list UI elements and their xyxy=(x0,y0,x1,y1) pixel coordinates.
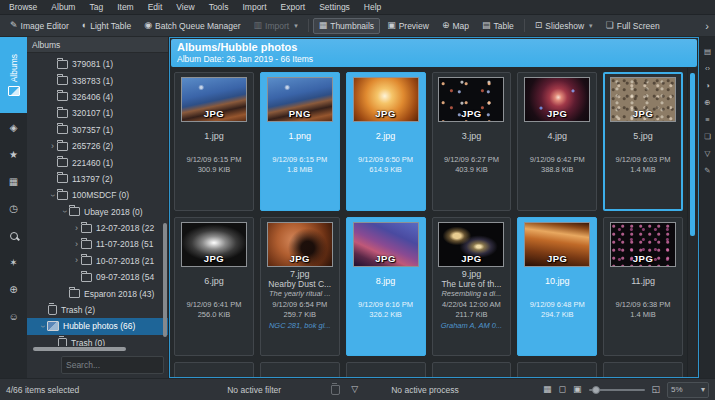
large-thumbnails-icon[interactable]: ◱ xyxy=(652,385,661,394)
thumbnail-cell[interactable]: JPG 9.jpg The Lure of th... Resembling a… xyxy=(432,217,512,356)
sidebar-tab-albums[interactable]: Albums xyxy=(0,37,27,113)
slider-handle[interactable] xyxy=(592,386,600,394)
zoom-100-icon[interactable]: ◻ xyxy=(559,385,566,394)
sidebar-tab-tags[interactable]: ◈ xyxy=(0,115,27,140)
album-tree-item-trash[interactable]: Trash (0) xyxy=(27,335,168,346)
thumbnail-size-slider[interactable] xyxy=(589,385,645,395)
thumbnail-cell[interactable] xyxy=(260,362,340,377)
album-tree-item-trash[interactable]: Trash (2) xyxy=(27,302,168,318)
expander-down-icon[interactable]: › xyxy=(60,207,69,216)
album-tree-item-hubble-photos[interactable]: ›Hubble photos (66) xyxy=(27,318,168,334)
menu-edit[interactable]: Edit xyxy=(141,2,170,12)
image-editor-button[interactable]: ✎ Image Editor xyxy=(4,18,75,34)
sidebar-tab-tools[interactable]: ✎ xyxy=(704,162,710,179)
albums-panel-header: Albums xyxy=(27,37,168,53)
sidebar-tab-map[interactable]: ⊕ xyxy=(704,94,710,111)
album-tree-item[interactable]: 09-07-2018 (54 xyxy=(27,269,168,285)
thumbnail-cell-selected[interactable]: JPG 8.jpg 9/12/09 6:16 PM326.2 KiB xyxy=(346,217,426,356)
album-tree-item[interactable]: ›265726 (2) xyxy=(27,138,168,154)
album-tree-item[interactable]: 326406 (4) xyxy=(27,89,168,105)
expander-right-icon[interactable]: › xyxy=(72,256,81,265)
tree-vertical-scrollbar[interactable] xyxy=(163,223,167,337)
sidebar-tab-map[interactable]: ⊕ xyxy=(0,277,27,302)
sidebar-tab-versions[interactable]: ❏ xyxy=(704,128,711,145)
thumbnail-cell[interactable]: JPG 1.jpg 9/12/09 6:15 PM300.9 KiB xyxy=(174,72,254,211)
album-tree-item[interactable]: 113797 (2) xyxy=(27,171,168,187)
file-name: 1.png xyxy=(288,131,311,141)
full-screen-button[interactable]: ❏ Full Screen xyxy=(600,18,666,34)
menu-view[interactable]: View xyxy=(169,2,201,12)
menu-item[interactable]: Item xyxy=(110,2,141,12)
expander-right-icon[interactable]: › xyxy=(72,224,81,233)
sidebar-tab-timeline[interactable]: ◷ xyxy=(0,196,27,221)
expander-down-icon[interactable]: › xyxy=(48,191,57,200)
album-tree-item[interactable]: 320107 (1) xyxy=(27,105,168,121)
thumbnail-cell[interactable]: JPG 7.jpg Nearby Dust C... The yearly ri… xyxy=(260,217,340,356)
thumbnail-cell[interactable] xyxy=(603,362,683,377)
chevron-down-icon[interactable]: ▾ xyxy=(589,22,593,30)
album-tree-item[interactable]: ›10-07-2018 (21 xyxy=(27,253,168,269)
photo-tags[interactable]: NGC 281, bok gl... xyxy=(269,321,331,330)
menu-export[interactable]: Export xyxy=(274,2,313,12)
album-tree-item[interactable]: 379081 (1) xyxy=(27,56,168,72)
slideshow-button[interactable]: ⊡ Slideshow ▾ xyxy=(529,18,599,34)
table-view-button[interactable]: ▤ Table xyxy=(476,18,520,34)
grid-vertical-scrollbar[interactable] xyxy=(687,68,698,377)
thumbnail-cell[interactable]: JPG 6.jpg 9/12/09 6:41 PM256.0 KiB xyxy=(174,217,254,356)
thumbnail-cell-selected[interactable]: PNG 1.png 9/12/09 6:15 PM1.8 MiB xyxy=(260,72,340,211)
menu-help[interactable]: Help xyxy=(357,2,388,12)
sidebar-tab-properties[interactable]: ▤ xyxy=(704,43,711,60)
preview-button[interactable]: ▣ Preview xyxy=(381,18,435,34)
tree-horizontal-scrollbar[interactable] xyxy=(33,347,126,351)
expander-right-icon[interactable]: › xyxy=(72,240,81,249)
batch-queue-manager-button[interactable]: ◉ Batch Queue Manager xyxy=(138,18,246,34)
album-search-input[interactable]: Search... xyxy=(61,356,164,374)
map-view-button[interactable]: ⊕ Map xyxy=(436,18,475,34)
album-tree-item[interactable]: 338783 (1) xyxy=(27,72,168,88)
photo-tags[interactable]: Graham A, AM 0... xyxy=(441,321,503,330)
expander-right-icon[interactable]: › xyxy=(48,142,57,151)
sidebar-tab-captions[interactable]: ≡ xyxy=(705,111,709,128)
thumbnail-cell[interactable] xyxy=(174,362,254,377)
expander-down-icon[interactable]: › xyxy=(38,322,47,331)
sidebar-tab-metadata[interactable]: ‹› xyxy=(705,60,710,77)
thumbnail-cell-selected[interactable]: JPG 10.jpg 9/12/09 6:48 PM294.7 KiB xyxy=(517,217,597,356)
thumbnail-cell[interactable] xyxy=(346,362,426,377)
sidebar-tab-filters[interactable]: ▽ xyxy=(705,145,711,162)
menu-album[interactable]: Album xyxy=(44,2,82,12)
menu-settings[interactable]: Settings xyxy=(312,2,357,12)
menu-tag[interactable]: Tag xyxy=(82,2,110,12)
sidebar-tab-colors[interactable]: ◑ xyxy=(705,77,710,94)
thumbnail-cell[interactable] xyxy=(517,362,597,377)
thumbnail-cell[interactable]: JPG 11.jpg 9/12/09 6:38 PM1.4 MiB xyxy=(603,217,683,356)
album-tree-item[interactable]: ›100MSDCF (0) xyxy=(27,187,168,203)
thumbnail-cell-focused[interactable]: JPG 5.jpg 9/12/09 6:03 PM1.4 MiB xyxy=(603,72,683,211)
sidebar-tab-search[interactable] xyxy=(0,223,27,248)
menu-import[interactable]: Import xyxy=(235,2,273,12)
album-tree-item[interactable]: Esparon 2018 (43) xyxy=(27,285,168,301)
sidebar-tab-people[interactable]: ☺ xyxy=(0,304,27,329)
thumbnail-cell[interactable]: JPG 4.jpg 9/12/09 6:42 PM388.8 KiB xyxy=(517,72,597,211)
thumbnails-view-button[interactable]: ▦ Thumbnails xyxy=(313,18,380,34)
thumbnail-cell[interactable] xyxy=(432,362,512,377)
file-date: 9/12/09 6:38 PM xyxy=(616,300,671,310)
album-tree-item[interactable]: 221460 (1) xyxy=(27,154,168,170)
zoom-level-combo[interactable]: 5%▾ xyxy=(667,382,709,398)
fit-to-window-icon[interactable]: ▦ xyxy=(543,385,552,394)
toolbar-overflow-chevron[interactable]: › xyxy=(705,20,711,32)
sidebar-tab-dates[interactable]: ▦ xyxy=(0,169,27,194)
thumbnail-cell[interactable]: JPG 3.jpg 9/12/09 6:27 PM403.9 KiB xyxy=(432,72,512,211)
thumbnail-cell-selected[interactable]: JPG 2.jpg 9/12/09 6:50 PM614.9 KiB xyxy=(346,72,426,211)
album-tree-item[interactable]: ›Ubaye 2018 (0) xyxy=(27,204,168,220)
light-table-button[interactable]: ◐ Light Table xyxy=(76,18,137,34)
small-thumbnails-icon[interactable]: ▣ xyxy=(573,385,582,394)
funnel-icon[interactable]: ▽ xyxy=(351,385,358,394)
album-tree-item[interactable]: ›11-07-2018 (51 xyxy=(27,236,168,252)
album-tree-item[interactable]: ›12-07-2018 (22 xyxy=(27,220,168,236)
menu-tools[interactable]: Tools xyxy=(202,2,236,12)
scrollbar-thumb[interactable] xyxy=(690,73,695,236)
sidebar-tab-labels[interactable]: ★ xyxy=(0,142,27,167)
album-tree-item[interactable]: 307357 (1) xyxy=(27,122,168,138)
menu-browse[interactable]: Browse xyxy=(2,2,44,12)
sidebar-tab-similarity[interactable]: ✶ xyxy=(0,250,27,275)
